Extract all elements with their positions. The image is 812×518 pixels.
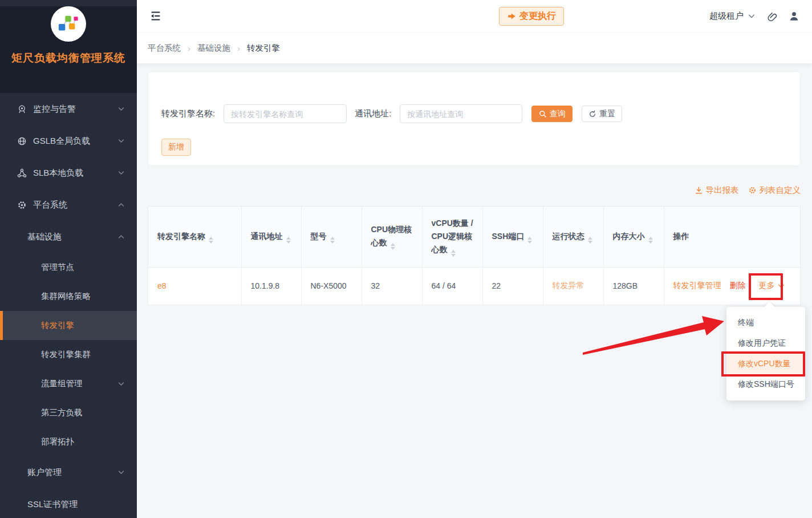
col-header-model[interactable]: 型号 [301,207,362,267]
chevron-down-icon [748,14,755,19]
sidebar-item-label: 转发引擎 [41,320,74,331]
sidebar: 矩尺负载均衡管理系统 监控与告警 GSLB全局负载 SLB本地负载 平台系统 基… [0,0,137,518]
sort-icon[interactable] [588,237,592,244]
sidebar-item-slb[interactable]: SLB本地负载 [0,157,137,189]
sidebar-item-manage-node[interactable]: 管理节点 [0,253,137,282]
sidebar-item-third-party-load[interactable]: 第三方负载 [0,398,137,427]
tenant-menu[interactable]: 超级租户 [709,11,755,22]
engine-table: 转发引擎名称 通讯地址 型号 CPU物理核心数 vCPU数量 / CPU逻辑核心… [148,206,801,305]
more-dropdown-trigger[interactable]: 更多 [759,281,785,291]
search-button-label: 查询 [550,109,566,119]
filter-row: 转发引擎名称: 通讯地址: 查询 重置 [161,104,786,123]
chevron-down-icon [778,284,785,289]
sort-icon[interactable] [330,237,335,244]
sidebar-item-traffic-group[interactable]: 流量组管理 [0,369,137,398]
sort-icon[interactable] [209,237,213,244]
menu-item-modify-ssh-port[interactable]: 修改SSH端口号 [726,374,805,395]
comm-address-label: 通讯地址: [355,108,391,119]
col-header-ssh-port[interactable]: SSH端口 [482,207,543,267]
col-header-run-status[interactable]: 运行状态 [543,207,603,267]
sort-icon[interactable] [391,243,395,250]
cell-ssh-port: 22 [482,267,543,305]
chevron-up-icon [118,203,124,207]
comm-address-input[interactable] [400,104,522,123]
sidebar-item-deploy-topology[interactable]: 部署拓扑 [0,427,137,456]
export-report-link[interactable]: 导出报表 [695,185,739,196]
delete-link[interactable]: 删除 [730,281,746,291]
status-badge: 转发异常 [553,281,584,290]
menu-item-modify-vcpu[interactable]: 修改vCPU数量 [726,354,805,374]
breadcrumb-item[interactable]: 平台系统 [148,43,181,54]
sidebar-item-gslb[interactable]: GSLB全局负载 [0,125,137,157]
engine-name-link[interactable]: e8 [157,281,167,290]
chevron-down-icon [118,107,124,111]
breadcrumb-item[interactable]: 基础设施 [197,43,230,54]
sort-icon[interactable] [286,237,291,244]
table-header-row: 转发引擎名称 通讯地址 型号 CPU物理核心数 vCPU数量 / CPU逻辑核心… [148,207,800,267]
sidebar-item-label: 基础设施 [27,232,62,242]
list-customize-link[interactable]: 列表自定义 [748,185,801,196]
export-report-label: 导出报表 [706,185,739,196]
col-header-cpu-physical[interactable]: CPU物理核心数 [362,207,422,267]
sidebar-item-label: 监控与告警 [33,104,76,115]
app-logo [51,6,86,42]
engine-name-input[interactable] [224,104,347,123]
topbar: 变更执行 超级租户 [137,0,812,32]
sidebar-item-label: 平台系统 [33,200,67,211]
link-icon[interactable] [766,11,777,22]
sidebar-item-label: 集群网络策略 [41,291,91,302]
col-header-engine-name[interactable]: 转发引擎名称 [148,207,241,267]
breadcrumb: 平台系统 › 基础设施 › 转发引擎 [137,33,812,63]
sidebar-item-cluster-network-policy[interactable]: 集群网络策略 [0,282,137,311]
cell-comm-address: 10.1.9.8 [241,267,301,305]
change-exec-button[interactable]: 变更执行 [499,7,564,26]
add-button[interactable]: 新增 [161,139,191,156]
manage-engine-link[interactable]: 转发引擎管理 [673,281,721,291]
sort-icon[interactable] [648,237,653,244]
sort-icon[interactable] [527,237,532,244]
sidebar-item-label: 管理节点 [41,262,74,273]
search-button[interactable]: 查询 [531,106,573,122]
reset-button[interactable]: 重置 [582,106,622,122]
sidebar-item-infrastructure[interactable]: 基础设施 [0,221,137,253]
sidebar-item-ssl-cert-management[interactable]: SSL证书管理 [0,488,137,518]
sidebar-item-account-management[interactable]: 账户管理 [0,456,137,488]
filter-card: 转发引擎名称: 通讯地址: 查询 重置 新增 [148,71,801,166]
sidebar-item-label: SSL证书管理 [27,499,78,510]
menu-item-terminal[interactable]: 终端 [726,313,805,333]
app-title: 矩尺负载均衡管理系统 [0,51,137,66]
chevron-up-icon [118,234,124,239]
list-customize-label: 列表自定义 [760,185,801,196]
chevron-down-icon [118,382,124,386]
sidebar-item-forwarding-engine-cluster[interactable]: 转发引擎集群 [0,340,137,369]
user-icon[interactable] [789,11,799,22]
breadcrumb-separator: › [237,43,240,53]
cell-cpu-physical: 32 [362,267,422,305]
gear-icon [748,186,757,195]
chevron-down-icon [118,171,124,175]
menu-item-modify-credentials[interactable]: 修改用户凭证 [726,333,805,354]
chevron-down-icon [118,139,124,143]
sidebar-item-label: 第三方负载 [41,407,83,418]
sidebar-item-forwarding-engine[interactable]: 转发引擎 [0,311,137,340]
sidebar-item-platform[interactable]: 平台系统 [0,189,137,221]
cell-vcpu: 64 / 64 [422,267,482,305]
col-header-vcpu[interactable]: vCPU数量 / CPU逻辑核心数 [422,207,482,267]
more-label: 更多 [759,281,775,291]
topbar-right: 超级租户 [709,0,799,32]
gear-icon [17,200,27,210]
list-toolbar: 导出报表 列表自定义 [148,185,801,196]
add-button-label: 新增 [168,142,184,152]
tenant-label: 超级租户 [709,11,744,22]
sidebar-item-label: GSLB全局负载 [33,136,90,147]
sidebar-item-label: SLB本地负载 [33,168,83,179]
sort-icon[interactable] [451,250,456,257]
globe-icon [17,136,27,146]
col-header-memory[interactable]: 内存大小 [603,207,664,267]
sidebar-item-monitoring[interactable]: 监控与告警 [0,93,137,125]
col-header-comm-address[interactable]: 通讯地址 [241,207,301,267]
sidebar-item-label: 转发引擎集群 [41,349,91,360]
search-icon [539,110,547,118]
sidebar-item-label: 部署拓扑 [41,436,74,447]
menu-fold-icon[interactable] [149,10,162,22]
